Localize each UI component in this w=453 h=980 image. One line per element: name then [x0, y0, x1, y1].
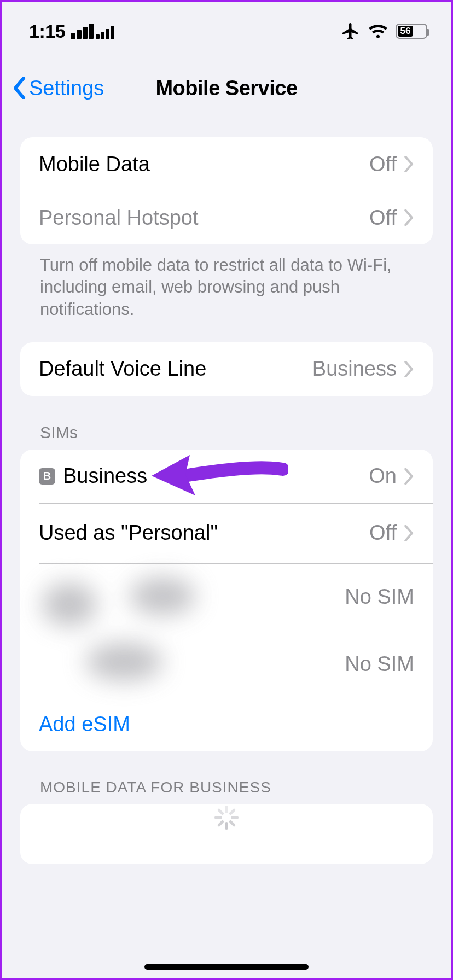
chevron-right-icon	[404, 156, 414, 172]
airplane-mode-icon	[341, 21, 361, 41]
chevron-left-icon	[13, 77, 27, 99]
sim-badge-icon: B	[39, 468, 55, 485]
status-bar: 1:15 56	[2, 2, 451, 61]
row-mobile-data[interactable]: Mobile Data Off	[20, 137, 433, 191]
row-label: Personal Hotspot	[39, 206, 369, 230]
wifi-icon	[368, 24, 388, 39]
row-value: Off	[369, 206, 397, 230]
row-no-sim[interactable]: No SIM	[226, 631, 433, 698]
redacted-sim-rows: No SIM No SIM	[20, 563, 433, 698]
row-value: On	[369, 464, 397, 488]
row-label: Mobile Data	[39, 153, 369, 176]
chevron-right-icon	[404, 525, 414, 541]
home-indicator[interactable]	[144, 964, 309, 970]
row-personal-hotspot[interactable]: Personal Hotspot Off	[20, 191, 433, 244]
row-value: Business	[312, 357, 397, 381]
row-label: Add eSIM	[39, 713, 414, 736]
group-voice-line: Default Voice Line Business	[20, 342, 433, 396]
row-no-sim[interactable]: No SIM	[226, 563, 433, 631]
chevron-right-icon	[404, 468, 414, 485]
status-right: 56	[341, 21, 427, 41]
spinner-icon	[214, 822, 239, 846]
dual-sim-icon	[71, 24, 114, 39]
row-label: Business	[63, 464, 369, 488]
back-label: Settings	[29, 77, 104, 100]
battery-icon: 56	[396, 24, 427, 39]
back-button[interactable]: Settings	[13, 77, 104, 100]
status-left: 1:15	[29, 21, 114, 42]
row-value: Off	[369, 521, 397, 545]
row-label: Default Voice Line	[39, 357, 312, 381]
row-sim-business[interactable]: B Business On	[20, 450, 433, 503]
group-sims: B Business On Used as "Personal" Off	[20, 450, 433, 751]
group-data: Mobile Data Off Personal Hotspot Off	[20, 137, 433, 244]
group-footer: Turn off mobile data to restrict all dat…	[20, 244, 433, 320]
chevron-right-icon	[404, 209, 414, 226]
status-time: 1:15	[29, 21, 65, 42]
row-sim-personal[interactable]: Used as "Personal" Off	[20, 503, 433, 563]
row-add-esim[interactable]: Add eSIM	[20, 698, 433, 751]
group-mobile-data-business	[20, 804, 433, 864]
row-default-voice-line[interactable]: Default Voice Line Business	[20, 342, 433, 396]
nav-bar: Settings Mobile Service	[2, 61, 451, 115]
loading-row	[20, 804, 433, 864]
chevron-right-icon	[404, 361, 414, 377]
battery-level: 56	[398, 26, 413, 37]
section-header-mobile-data-business: MOBILE DATA FOR BUSINESS	[20, 751, 433, 804]
row-value: No SIM	[345, 585, 414, 609]
row-label: Used as "Personal"	[39, 521, 369, 545]
row-value: Off	[369, 153, 397, 176]
section-header-sims: SIMs	[20, 396, 433, 450]
row-value: No SIM	[345, 652, 414, 676]
